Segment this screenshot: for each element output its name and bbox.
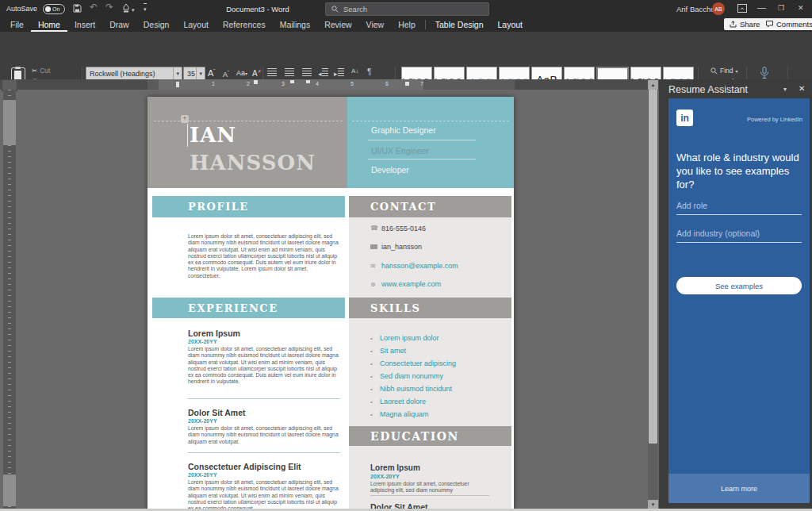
contact-phone[interactable]: 816-555-0146 xyxy=(381,225,426,232)
education-entry-dates[interactable]: 20XX-20YY xyxy=(370,474,400,479)
indent-marker[interactable] xyxy=(176,82,179,87)
tab-stop-marker[interactable] xyxy=(290,80,294,83)
resume-last-name[interactable]: HANSSON xyxy=(190,151,316,175)
tab-stop-marker[interactable] xyxy=(306,80,310,83)
resume-role[interactable]: Developer xyxy=(371,165,409,175)
find-button[interactable]: Find ▾ xyxy=(710,67,738,75)
contact-username[interactable]: ian_hansson xyxy=(381,243,422,251)
close-button[interactable]: ✕ xyxy=(798,4,804,13)
search-box[interactable]: Search xyxy=(325,2,489,16)
tab-draw[interactable]: Draw xyxy=(102,18,136,32)
profile-body[interactable]: Lorem ipsum dolor sit amet, consectetuer… xyxy=(188,233,340,279)
contact-email[interactable]: hansson@example.com xyxy=(381,262,458,270)
experience-entry-dates[interactable]: 20XX-20YY xyxy=(188,418,217,424)
assistant-question: What role & industry would you like to s… xyxy=(676,151,810,191)
decrease-indent-icon[interactable]: ◂ xyxy=(318,68,328,78)
panel-close-icon[interactable]: ✕ xyxy=(799,84,805,93)
qat-customize-button[interactable]: ▾ xyxy=(144,3,147,13)
clear-formatting-button[interactable]: A✗ xyxy=(252,68,262,78)
add-industry-input[interactable]: Add industry (optional) xyxy=(676,229,760,238)
minimize-button[interactable]: — xyxy=(757,3,766,12)
learn-more-button[interactable]: Learn more xyxy=(668,474,810,503)
tab-help[interactable]: Help xyxy=(391,18,423,32)
skill-item[interactable]: Sed diam nonummy xyxy=(380,372,443,380)
tab-stop-marker[interactable] xyxy=(254,80,258,84)
experience-entry-heading[interactable]: Dolor Sit Amet xyxy=(188,408,246,417)
multilevel-list-icon[interactable] xyxy=(302,68,312,76)
save-icon[interactable] xyxy=(73,4,82,13)
tab-references[interactable]: References xyxy=(216,18,273,32)
share-button[interactable]: Share xyxy=(724,18,765,30)
experience-entry-body[interactable]: Lorem ipsum dolor sit amet, consectetuer… xyxy=(188,346,340,386)
indent-marker[interactable] xyxy=(405,82,409,86)
experience-entry-body[interactable]: Lorem ipsum dolor sit amet, consectetuer… xyxy=(188,479,340,511)
resume-roles-block[interactable]: Graphic Designer UI/UX Engineer Develope… xyxy=(347,97,514,188)
skill-item[interactable]: Magna aliquam xyxy=(380,410,429,418)
increase-indent-icon[interactable]: ▸ xyxy=(334,68,344,78)
education-entry-body[interactable]: Lorem ipsum dolor sit amet, consectetuer… xyxy=(370,481,491,494)
ribbon-display-options-icon[interactable] xyxy=(737,4,747,13)
resume-role[interactable]: UI/UX Engineer xyxy=(371,146,429,156)
change-case-button[interactable]: Aa▾ xyxy=(236,69,247,77)
experience-entry-dates[interactable]: 20XX-20YY xyxy=(188,472,217,478)
skill-item[interactable]: Sit amet xyxy=(380,347,406,355)
education-section-header[interactable]: EDUCATION xyxy=(349,426,511,446)
find-icon xyxy=(710,67,718,75)
resume-first-name[interactable]: IAN xyxy=(190,123,236,147)
resume-name-block[interactable]: + IAN HANSSON xyxy=(147,97,347,188)
cut-button[interactable]: ✂ Cut xyxy=(32,67,50,75)
tab-view[interactable]: View xyxy=(359,18,392,32)
redo-button[interactable]: ↷ xyxy=(105,3,113,12)
ruler-number: 6 xyxy=(385,81,389,86)
autosave-toggle[interactable]: On xyxy=(43,4,65,14)
restore-button[interactable]: ❐ xyxy=(778,4,784,13)
tab-design[interactable]: Design xyxy=(136,18,177,32)
see-examples-button[interactable]: See examples xyxy=(676,277,802,294)
draw-tool-caret-icon[interactable]: ▾ xyxy=(132,6,135,14)
tab-review[interactable]: Review xyxy=(317,18,358,32)
ruler-number: 4 xyxy=(316,81,319,86)
tab-file[interactable]: File xyxy=(3,18,31,32)
draw-tool-icon[interactable] xyxy=(122,4,130,13)
experience-entry-heading[interactable]: Consectetuer Adipiscing Elit xyxy=(188,462,301,471)
skill-item[interactable]: Nibh euismod tincidunt xyxy=(380,385,452,393)
education-entry-heading[interactable]: Lorem Ipsum xyxy=(370,463,420,472)
autosave-label: AutoSave xyxy=(6,5,37,13)
tab-layout-contextual[interactable]: Layout xyxy=(490,18,530,32)
skill-item[interactable]: Consectetuer adipiscing xyxy=(380,359,456,367)
panel-menu-caret-icon[interactable]: ▾ xyxy=(783,86,787,93)
undo-button[interactable]: ↶ xyxy=(90,3,98,12)
experience-section-header[interactable]: EXPERIENCE xyxy=(152,298,345,318)
tab-home[interactable]: Home xyxy=(31,18,67,32)
shrink-font-button[interactable]: Aˇ xyxy=(223,70,229,79)
document-page: + IAN HANSSON Graphic Designer UI/UX Eng… xyxy=(147,97,514,511)
profile-section-header[interactable]: PROFILE xyxy=(152,196,345,217)
resume-role[interactable]: Graphic Designer xyxy=(371,125,436,135)
comments-button[interactable]: Comments xyxy=(760,18,812,30)
add-role-input[interactable]: Add role xyxy=(676,201,707,210)
sort-icon[interactable]: A↓ xyxy=(351,67,358,75)
comments-label: Comments xyxy=(776,20,812,29)
tab-mailings[interactable]: Mailings xyxy=(273,18,318,32)
contact-section-header[interactable]: CONTACT xyxy=(349,196,511,217)
scrollbar-thumb[interactable] xyxy=(649,90,657,444)
experience-entry-dates[interactable]: 20XX-20YY xyxy=(188,339,217,344)
tab-table-design[interactable]: Table Design xyxy=(428,18,491,32)
vertical-ruler[interactable] xyxy=(3,90,16,511)
skill-item[interactable]: Lorem ipsum dolor xyxy=(380,334,439,342)
skills-section-header[interactable]: SKILLS xyxy=(349,298,511,318)
numbering-icon[interactable] xyxy=(285,68,294,76)
pilcrow-icon[interactable]: ¶ xyxy=(367,67,371,76)
grow-font-button[interactable]: Aˆ xyxy=(208,68,215,78)
contact-website[interactable]: www.example.com xyxy=(381,280,441,288)
experience-entry-heading[interactable]: Lorem Ipsum xyxy=(188,328,240,338)
avatar[interactable]: AB xyxy=(712,2,725,15)
experience-entry-body[interactable]: Lorem ipsum dolor sit amet, consectetuer… xyxy=(188,425,340,445)
skill-item[interactable]: Laoreet dolore xyxy=(380,398,426,405)
tab-insert[interactable]: Insert xyxy=(67,18,102,32)
table-move-handle-icon[interactable]: + xyxy=(181,115,189,123)
bullets-icon[interactable] xyxy=(267,68,277,76)
scroll-up-button[interactable]: ▲ xyxy=(648,80,658,90)
tab-layout[interactable]: Layout xyxy=(176,18,216,32)
title-bar: AutoSave On ↶ ↷ ▾ ▾ Document3 - Word Sea… xyxy=(0,0,812,17)
